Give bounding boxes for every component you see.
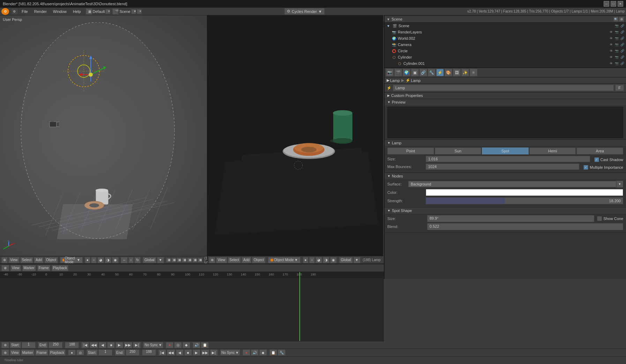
gb-play[interactable]: ▶	[193, 349, 200, 356]
prop-btn-object[interactable]: ▣	[411, 69, 419, 76]
tl-record-btn[interactable]: ●	[166, 342, 173, 348]
vp-manip2[interactable]: ↕	[128, 257, 134, 263]
outliner-cyl-eye-icon[interactable]: 👁	[609, 55, 613, 60]
vp-render-view-menu[interactable]: View	[216, 257, 227, 263]
outliner-cyl-link-icon[interactable]: 🔗	[620, 55, 625, 60]
custom-properties-header[interactable]: ▶ Custom Properties	[385, 92, 626, 99]
gb-stop[interactable]: ■	[184, 349, 192, 356]
menu-help[interactable]: Help	[70, 9, 84, 14]
menu-window[interactable]: Window	[50, 9, 69, 14]
vp-grid-icon[interactable]: ▦	[166, 258, 171, 263]
spot-shape-header[interactable]: ▼ Spot Shape	[385, 207, 626, 214]
prop-btn-particles[interactable]: ✨	[461, 69, 469, 76]
vp-render-pivot-expand[interactable]: ▼	[353, 257, 360, 263]
gb-step-fwd[interactable]: ▶▶	[201, 349, 209, 356]
vp-shading-dots[interactable]: ●	[85, 257, 90, 263]
outliner-world-render-icon[interactable]: 📷	[614, 36, 619, 41]
gb-skip-end[interactable]: ▶|	[210, 349, 218, 356]
close-button[interactable]: ✕	[618, 1, 623, 7]
gb-marker-menu[interactable]: Marker	[21, 349, 35, 356]
prop-btn-modifiers[interactable]: 🔧	[428, 69, 435, 76]
viewport-3d[interactable]: User Persp X Z Y ⊕ View Select Add Objec…	[0, 15, 208, 264]
color-slider[interactable]	[426, 189, 623, 196]
vp-shading-solid[interactable]: ◕	[97, 257, 104, 263]
outliner-rl-link-icon[interactable]: 🔗	[620, 30, 625, 35]
vp-render-select-menu[interactable]: Select	[228, 257, 241, 263]
outliner-circle-row[interactable]: ⭕ Circle 👁 📷 🔗	[385, 48, 626, 54]
vp-render-mode-selector[interactable]: Object Mode ▼	[268, 257, 300, 263]
lamp-type-spot[interactable]: Spot	[482, 147, 529, 154]
gb-icon[interactable]: ⊕	[1, 349, 9, 356]
vp-render-object-menu[interactable]: Object	[252, 257, 266, 263]
prop-btn-scene[interactable]: 🎬	[394, 69, 402, 76]
surface-expand-btn[interactable]: ▼	[616, 181, 623, 188]
tl-extra-btn1[interactable]: 🔊	[193, 342, 200, 348]
vp-render-shading-tex[interactable]: ◑	[323, 257, 329, 263]
outliner-circle-eye-icon[interactable]: 👁	[609, 48, 613, 53]
gb-onion-btn[interactable]: ◎	[76, 350, 84, 355]
outliner-world-link-icon[interactable]: 🔗	[620, 36, 625, 41]
vp-render-shading-render[interactable]: ◉	[330, 257, 337, 263]
lamp-type-sun[interactable]: Sun	[435, 147, 482, 154]
prop-btn-texture[interactable]: 🖼	[453, 69, 461, 76]
render-engine-dropdown[interactable]: ⚙ Cycles Render ▼	[284, 8, 325, 15]
outliner-rl-render-icon[interactable]: 📷	[614, 30, 619, 35]
vp-grid5-icon[interactable]: ▦	[187, 258, 192, 263]
outliner-scene-render-icon[interactable]: 📷	[614, 23, 619, 28]
outliner-cyl001-eye-icon[interactable]: 👁	[609, 61, 613, 66]
layout-close[interactable]: ✕	[105, 9, 110, 14]
vp-shading-texture[interactable]: ◑	[105, 257, 111, 263]
pin-button[interactable]: F	[615, 85, 624, 91]
spot-size-value[interactable]: 89.9°	[427, 215, 594, 222]
tl-end-input[interactable]: 250	[49, 342, 62, 348]
tl-step-back-btn[interactable]: ◀◀	[90, 342, 98, 348]
outliner-world-row[interactable]: 🌍 World.002 👁 📷 🔗	[385, 35, 626, 41]
prop-btn-render[interactable]: 📷	[386, 69, 394, 76]
outliner-scene-row[interactable]: ▼ 🎬 Scene 📷 🔗	[385, 23, 626, 29]
outliner-rl-eye-icon[interactable]: 👁	[609, 30, 613, 35]
vp-shading-wire[interactable]: ○	[91, 257, 97, 263]
outliner-scene-link-icon[interactable]: 🔗	[620, 23, 625, 28]
menu-file[interactable]: File	[19, 9, 31, 14]
lamp-header[interactable]: ▼ Lamp	[385, 140, 626, 146]
prop-btn-material[interactable]: 🎨	[445, 69, 452, 76]
object-name-input[interactable]	[393, 85, 614, 91]
prop-btn-world[interactable]: 🌍	[403, 69, 410, 76]
vp-render-shading-dots[interactable]: ●	[303, 257, 308, 263]
gb-step-back[interactable]: ◀◀	[167, 349, 175, 356]
prop-btn-data[interactable]: ⚡	[436, 69, 444, 76]
vp-render-add-menu[interactable]: Add	[241, 257, 251, 263]
vp-object-menu[interactable]: Object	[44, 257, 58, 263]
prop-btn-physics[interactable]: ⚛	[470, 69, 477, 76]
vp-grid3-icon[interactable]: ▦	[177, 258, 181, 263]
tl-step-fwd-btn[interactable]: ▶▶	[124, 342, 132, 348]
vp-select-menu[interactable]: Select	[20, 257, 33, 263]
vp-mode-selector[interactable]: Object Mode ▼	[60, 257, 83, 263]
outliner-circle-link-icon[interactable]: 🔗	[620, 48, 625, 53]
tl-frame-menu[interactable]: Frame	[37, 265, 50, 271]
tl-skip-start-btn[interactable]: |◀	[81, 342, 89, 348]
layout-icon[interactable]: ▦	[86, 8, 92, 15]
gb-playback-menu[interactable]: Playback	[49, 349, 66, 356]
gb-keyframe2[interactable]: ◆	[259, 349, 267, 356]
cast-shadow-checkbox[interactable]: ✓	[594, 157, 599, 162]
multiple-importance-checkbox[interactable]: ✓	[583, 165, 588, 170]
gb-extra2[interactable]: 🔧	[278, 349, 285, 356]
gb-extra1[interactable]: 📋	[269, 349, 277, 356]
tl-play-btn[interactable]: ▶	[115, 342, 123, 348]
tl-bottom-icon[interactable]: ⊕	[1, 342, 9, 348]
outliner-cylinder-row[interactable]: ⬡ Cylinder 👁 📷 🔗	[385, 54, 626, 60]
vp-grid2-icon[interactable]: ▦	[171, 258, 176, 263]
tl-start-input[interactable]: 1	[22, 342, 36, 348]
show-cone-checkbox[interactable]	[597, 216, 602, 221]
gb-record-btn[interactable]: ●	[68, 350, 76, 355]
tl-onion-btn[interactable]: ◎	[174, 342, 182, 348]
gb-sync[interactable]: No Sync ▼	[220, 349, 240, 356]
maximize-button[interactable]: □	[611, 1, 616, 7]
outliner-cylinder001-row[interactable]: ⬡ Cylinder.001 👁 📷 🔗	[385, 60, 626, 67]
vp-icon-btn[interactable]: ⊕	[1, 257, 8, 263]
gb-current-input[interactable]: 188	[142, 349, 156, 356]
size-value[interactable]: 1.016	[426, 156, 590, 162]
vp-render-icon-btn[interactable]: ⊕	[209, 257, 215, 263]
menubar-icon-btn[interactable]: ⚙	[11, 8, 18, 15]
